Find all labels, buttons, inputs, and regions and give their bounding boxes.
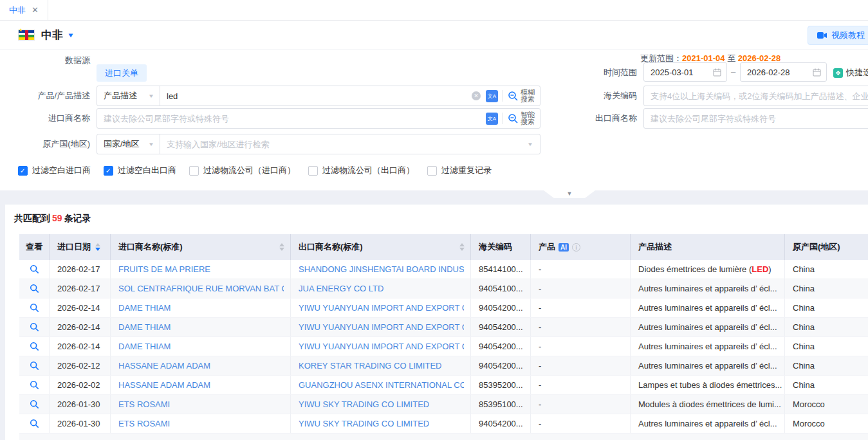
cell-origin: China bbox=[785, 298, 868, 317]
exporter-link[interactable]: KOREY STAR TRADING CO LIMITED bbox=[299, 361, 441, 371]
cell-product: - bbox=[531, 395, 631, 414]
translate-icon[interactable]: 文A bbox=[486, 113, 498, 125]
cell-hs-code: 85395100... bbox=[471, 395, 531, 414]
importer-link[interactable]: DAME THIAM bbox=[118, 322, 171, 332]
collapse-strip: ▼ bbox=[0, 190, 868, 199]
datasource-import-declaration-button[interactable]: 进口关单 bbox=[97, 64, 147, 82]
filter-blank-exporter[interactable]: 过滤空白出口商 bbox=[104, 165, 176, 176]
calendar-icon bbox=[713, 68, 721, 77]
end-date-input[interactable]: 2026-02-28 bbox=[740, 62, 827, 82]
cell-product: - bbox=[531, 318, 631, 336]
close-icon[interactable]: ✕ bbox=[32, 5, 39, 15]
cell-product: - bbox=[531, 376, 631, 394]
sort-control[interactable] bbox=[459, 243, 465, 251]
info-icon[interactable]: i bbox=[572, 243, 580, 252]
exporter-link[interactable]: JUA ENERGY CO LTD bbox=[299, 284, 383, 293]
checkbox[interactable] bbox=[427, 166, 437, 176]
translate-icon[interactable]: 文A bbox=[486, 90, 498, 102]
importer-link[interactable]: HASSANE ADAM ADAM bbox=[118, 380, 210, 390]
product-search-group: 产品描述▼ ✕ 文A 模糊搜索 bbox=[97, 86, 540, 106]
col-description: 产品描述 bbox=[631, 234, 785, 260]
collapse-form-button[interactable]: ▼ bbox=[544, 190, 595, 198]
filter-options: 过滤空白进口商 过滤空白出口商 过滤物流公司（进口商） 过滤物流公司（出口商） … bbox=[18, 165, 492, 176]
video-tutorial-button[interactable]: 视频教程 bbox=[808, 26, 868, 45]
clear-icon[interactable]: ✕ bbox=[472, 91, 481, 100]
importer-link[interactable]: ETS ROSAMI bbox=[118, 399, 170, 409]
exporter-link[interactable]: SHANDONG JINSHENGTAI BOARD INDUST... bbox=[299, 264, 464, 274]
cell-origin: Morocco bbox=[785, 395, 868, 414]
country-header: ★ 中非 ▼ 视频教程 bbox=[0, 21, 868, 50]
checkbox[interactable] bbox=[189, 166, 199, 176]
table-body: 2026-02-17FRUITS DE MA PRIERESHANDONG JI… bbox=[19, 260, 868, 440]
cell-import-date: 2026-02-14 bbox=[50, 337, 111, 356]
cell-origin: China bbox=[785, 279, 868, 298]
importer-link[interactable]: HASSANE ADAM ADAM bbox=[118, 361, 210, 371]
view-record-button[interactable] bbox=[30, 303, 39, 313]
exporter-link[interactable]: GUANGZHOU ASENX INTERNATIONAL CO ... bbox=[299, 380, 464, 390]
exporter-link[interactable]: YIWU YUANYUAN IMPORT AND EXPORT C... bbox=[299, 322, 464, 332]
filter-duplicate-records[interactable]: 过滤重复记录 bbox=[427, 165, 492, 176]
filter-blank-importer[interactable]: 过滤空白进口商 bbox=[18, 165, 91, 176]
cell-import-date: 2026-02-14 bbox=[50, 318, 111, 336]
fuzzy-search-button[interactable]: 模糊搜索 bbox=[508, 89, 540, 103]
product-type-select[interactable]: 产品描述▼ bbox=[97, 86, 160, 105]
cell-exporter: YIWU YUANYUAN IMPORT AND EXPORT C... bbox=[291, 298, 471, 317]
search-icon bbox=[508, 91, 519, 102]
country-region-select[interactable]: 国家/地区▼ bbox=[97, 134, 160, 154]
importer-link[interactable]: DAME THIAM bbox=[118, 303, 171, 313]
cell-importer: HASSANE ADAM ADAM bbox=[111, 356, 291, 375]
importer-name-input[interactable] bbox=[97, 109, 486, 128]
cell-description: Autres luminaires et appareils d’ écl... bbox=[631, 337, 785, 356]
exporter-link[interactable]: YIWU YUANYUAN IMPORT AND EXPORT C... bbox=[299, 303, 464, 313]
view-record-button[interactable] bbox=[30, 399, 39, 409]
cell-description: Autres luminaires et appareils d’ écl... bbox=[631, 356, 785, 375]
table-row: 2026-02-14DAME THIAMYIWU YUANYUAN IMPORT… bbox=[19, 298, 868, 318]
cell-description: Autres luminaires et appareils d’ écl... bbox=[631, 298, 785, 317]
exporter-name-input[interactable] bbox=[643, 108, 868, 129]
origin-country-input[interactable] bbox=[160, 134, 527, 154]
importer-link[interactable]: DAME THIAM bbox=[118, 342, 171, 351]
cell-origin: China bbox=[785, 356, 868, 375]
col-exporter[interactable]: 出口商名称(标准) bbox=[291, 234, 471, 260]
time-range-label: 时间范围 bbox=[565, 62, 637, 83]
chevron-down-icon[interactable]: ▼ bbox=[67, 32, 75, 39]
col-importer[interactable]: 进口商名称(标准) bbox=[111, 234, 291, 260]
filter-logistics-exporter[interactable]: 过滤物流公司（出口商） bbox=[308, 165, 414, 176]
start-date-input[interactable]: 2025-03-01 bbox=[643, 62, 727, 82]
table-row: 2026-02-14DAME THIAMYIWU YUANYUAN IMPORT… bbox=[19, 318, 868, 337]
cell-hs-code: 94054100... bbox=[471, 279, 531, 298]
exporter-link[interactable]: YIWU YUANYUAN IMPORT AND EXPORT C... bbox=[299, 342, 464, 351]
ai-badge: AI bbox=[559, 243, 569, 252]
search-icon bbox=[30, 361, 39, 371]
view-record-button[interactable] bbox=[30, 342, 39, 351]
chevron-down-icon: ▼ bbox=[148, 93, 154, 99]
product-search-input[interactable] bbox=[160, 86, 472, 105]
importer-link[interactable]: ETS ROSAMI bbox=[118, 419, 170, 428]
view-record-button[interactable] bbox=[30, 284, 39, 293]
checkbox[interactable] bbox=[18, 166, 28, 176]
cell-exporter: YIWU SKY TRADING CO LIMITED bbox=[291, 395, 471, 414]
quick-select-button[interactable]: ❖ 快捷选 bbox=[833, 67, 868, 78]
table-row-partial bbox=[19, 434, 868, 440]
importer-link[interactable]: SOL CENTRAFRIQUE RUE MORVAN BAT OF... bbox=[118, 284, 284, 293]
hs-code-input[interactable] bbox=[643, 86, 868, 106]
checkbox[interactable] bbox=[308, 166, 318, 176]
checkbox[interactable] bbox=[104, 166, 113, 176]
exporter-link[interactable]: YIWU SKY TRADING CO LIMITED bbox=[299, 399, 429, 409]
view-record-button[interactable] bbox=[30, 361, 39, 371]
cell-description: Modules à diodes émettrices de lumi... bbox=[631, 395, 785, 414]
col-hs-code: 海关编码 bbox=[471, 234, 531, 260]
tab-central-africa[interactable]: 中非 ✕ bbox=[0, 0, 48, 20]
view-record-button[interactable] bbox=[30, 264, 39, 274]
view-record-button[interactable] bbox=[30, 380, 39, 390]
sort-control[interactable] bbox=[95, 243, 100, 251]
view-record-button[interactable] bbox=[30, 419, 39, 428]
cell-import-date: 2026-01-30 bbox=[50, 414, 111, 433]
filter-logistics-importer[interactable]: 过滤物流公司（进口商） bbox=[189, 165, 295, 176]
sort-control[interactable] bbox=[279, 243, 284, 251]
view-record-button[interactable] bbox=[30, 322, 39, 332]
col-import-date[interactable]: 进口日期 bbox=[50, 234, 111, 260]
importer-link[interactable]: FRUITS DE MA PRIERE bbox=[118, 264, 210, 274]
exporter-link[interactable]: YIWU SKY TRADING CO LIMITED bbox=[299, 419, 429, 428]
smart-search-button[interactable]: 智能搜索 bbox=[508, 111, 540, 125]
